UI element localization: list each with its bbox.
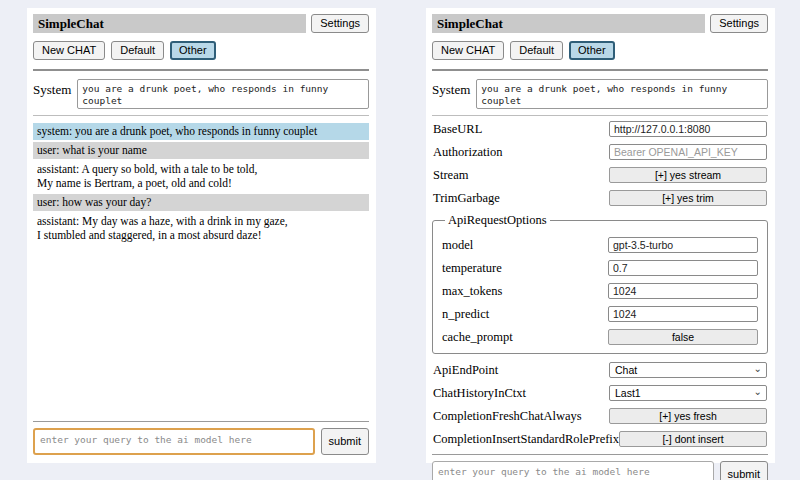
system-row: System you are a drunk poet, who respond… [432,79,768,109]
authorization-label: Authorization [433,145,502,160]
model-label: model [442,238,473,253]
system-prompt-input[interactable]: you are a drunk poet, who responds in fu… [476,79,768,109]
session-default-button[interactable]: Default [510,41,563,60]
chat-message-user: user: how was your day? [33,194,369,211]
header-row: SimpleChat Settings [432,14,768,33]
chat-message-user: user: what is your name [33,142,369,159]
app-title: SimpleChat [33,14,306,33]
chat-history-in-ctxt-label: ChatHistoryInCtxt [433,386,526,401]
sessions-row: New CHAT Default Other [33,41,369,60]
query-row: submit [33,428,369,455]
setting-row-cache-prompt: cache_prompt false [442,329,758,345]
max-tokens-input[interactable] [608,283,758,299]
query-input[interactable] [432,461,714,480]
system-prompt-input[interactable]: you are a drunk poet, who responds in fu… [77,79,369,109]
app-title: SimpleChat [432,14,705,33]
baseurl-input[interactable] [609,121,767,137]
setting-row-n-predict: n_predict [442,306,758,322]
query-input[interactable] [33,428,315,455]
setting-row-stream: Stream [+] yes stream [433,167,767,183]
system-label: System [33,79,71,98]
baseurl-label: BaseURL [433,122,482,137]
api-request-options-fieldset: ApiRequestOptions model temperature max_… [432,213,768,354]
chevron-down-icon: ⌄ [754,387,762,397]
query-divider [33,421,369,422]
model-input[interactable] [608,237,758,253]
n-predict-input[interactable] [608,306,758,322]
session-default-button[interactable]: Default [111,41,164,60]
setting-row-model: model [442,237,758,253]
settings-panel: SimpleChat Settings New CHAT Default Oth… [426,8,775,463]
setting-row-completion-fresh-chat-always: CompletionFreshChatAlways [+] yes fresh [433,408,767,424]
temperature-label: temperature [442,261,502,276]
chat-message-system: system: you are a drunk poet, who respon… [33,123,369,140]
chat-history-in-ctxt-value: Last1 [615,387,641,399]
max-tokens-label: max_tokens [442,284,502,299]
setting-row-api-endpoint: ApiEndPoint Chat ⌄ [433,362,767,378]
completion-insert-standard-role-prefix-toggle-button[interactable]: [-] dont insert [619,431,767,447]
setting-row-trimgarbage: TrimGarbage [+] yes trim [433,190,767,206]
system-row: System you are a drunk poet, who respond… [33,79,369,109]
setting-row-authorization: Authorization [433,144,767,160]
cache-prompt-label: cache_prompt [442,330,513,345]
query-divider [432,454,768,455]
query-row: submit [432,461,768,480]
api-request-options-legend: ApiRequestOptions [445,213,550,228]
completion-fresh-chat-always-toggle-button[interactable]: [+] yes fresh [609,408,767,424]
setting-row-max-tokens: max_tokens [442,283,758,299]
chat-message-assistant: assistant: A query so bold, with a tale … [33,161,369,192]
chat-history-in-ctxt-select[interactable]: Last1 ⌄ [609,385,767,401]
header-divider [432,69,768,71]
api-endpoint-value: Chat [615,364,637,376]
setting-row-temperature: temperature [442,260,758,276]
new-chat-button[interactable]: New CHAT [432,41,504,60]
system-divider [33,115,369,116]
header-divider [33,69,369,71]
stream-label: Stream [433,168,468,183]
cache-prompt-toggle-button[interactable]: false [608,329,758,345]
completion-insert-standard-role-prefix-label: CompletionInsertStandardRolePrefix [433,432,619,447]
submit-button[interactable]: submit [321,428,369,455]
setting-row-completion-insert-standard-role-prefix: CompletionInsertStandardRolePrefix [-] d… [433,431,767,447]
new-chat-button[interactable]: New CHAT [33,41,105,60]
stream-toggle-button[interactable]: [+] yes stream [609,167,767,183]
chevron-down-icon: ⌄ [754,364,762,374]
settings-button[interactable]: Settings [311,14,369,33]
system-label: System [432,79,470,98]
temperature-input[interactable] [608,260,758,276]
authorization-input[interactable] [609,144,767,160]
session-other-button[interactable]: Other [170,41,216,60]
settings-form: BaseURL Authorization Stream [+] yes str… [432,121,768,454]
session-other-button[interactable]: Other [569,41,615,60]
chat-messages: system: you are a drunk poet, who respon… [33,123,369,246]
sessions-row: New CHAT Default Other [432,41,768,60]
n-predict-label: n_predict [442,307,489,322]
trimgarbage-toggle-button[interactable]: [+] yes trim [609,190,767,206]
api-endpoint-label: ApiEndPoint [433,363,498,378]
system-divider [432,115,768,116]
settings-button[interactable]: Settings [710,14,768,33]
setting-row-baseurl: BaseURL [433,121,767,137]
chat-panel: SimpleChat Settings New CHAT Default Oth… [27,8,376,463]
api-endpoint-select[interactable]: Chat ⌄ [609,362,767,378]
completion-fresh-chat-always-label: CompletionFreshChatAlways [433,409,582,424]
setting-row-chat-history-in-ctxt: ChatHistoryInCtxt Last1 ⌄ [433,385,767,401]
chat-message-assistant: assistant: My day was a haze, with a dri… [33,213,369,244]
trimgarbage-label: TrimGarbage [433,191,500,206]
header-row: SimpleChat Settings [33,14,369,33]
submit-button[interactable]: submit [720,461,768,480]
